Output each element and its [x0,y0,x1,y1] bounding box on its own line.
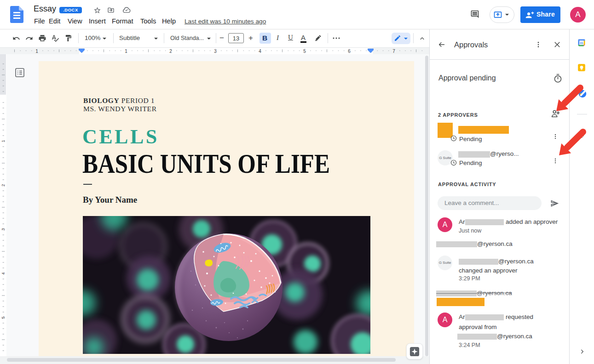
svg-text:2: 2 [0,184,6,186]
svg-text:3: 3 [214,49,217,54]
svg-text:31: 31 [580,41,583,45]
svg-text:4: 4 [0,272,6,274]
svg-text:2: 2 [169,49,172,54]
svg-text:5: 5 [303,49,306,54]
svg-text:1: 1 [35,49,38,54]
svg-text:4: 4 [259,49,261,54]
svg-text:5: 5 [0,316,6,318]
svg-text:1: 1 [125,49,127,54]
svg-text:7: 7 [392,49,395,54]
svg-text:6: 6 [348,49,351,54]
svg-text:1: 1 [0,140,6,142]
svg-text:3: 3 [0,228,6,230]
